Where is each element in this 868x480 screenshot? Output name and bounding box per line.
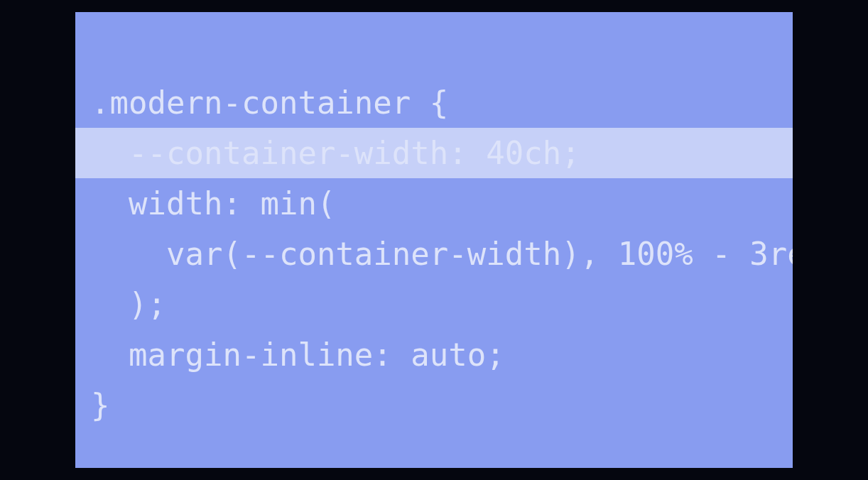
code-line[interactable]: var(--container-width), 100% - 3rem [75, 229, 793, 279]
code-line[interactable]: .modern-container { [75, 77, 793, 128]
code-line[interactable]: } [75, 380, 793, 430]
code-panel: .modern-container { --container-width: 4… [75, 12, 793, 468]
code-line-highlighted[interactable]: --container-width: 40ch; [75, 128, 793, 178]
code-line[interactable]: margin-inline: auto; [75, 329, 793, 380]
code-line[interactable]: width: min( [75, 178, 793, 229]
code-line[interactable]: ); [75, 279, 793, 329]
